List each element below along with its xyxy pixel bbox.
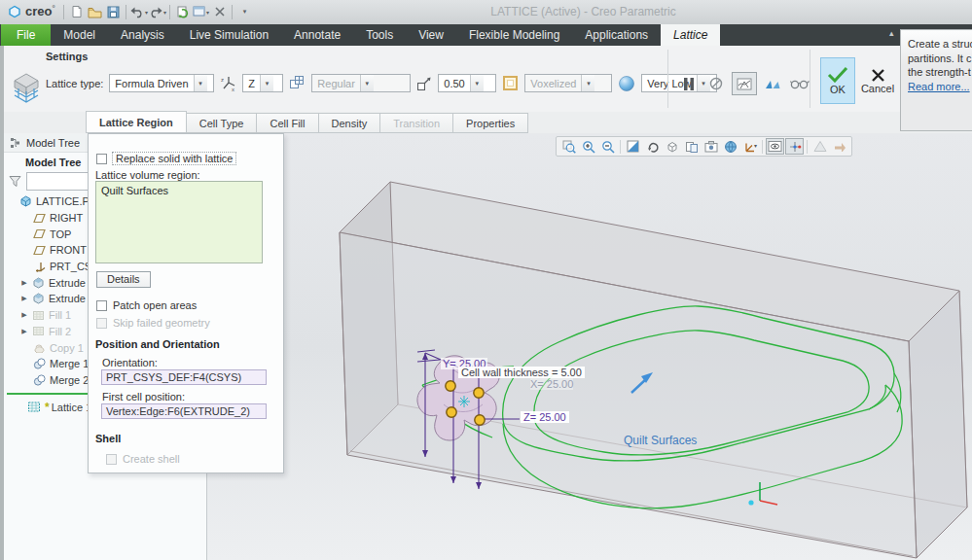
- verify-glasses-button[interactable]: [788, 73, 811, 94]
- tab-lattice[interactable]: Lattice: [661, 24, 720, 46]
- details-button[interactable]: Details: [96, 271, 151, 288]
- patch-open-areas-label[interactable]: Patch open areas: [113, 299, 197, 311]
- cell-style-combo: Regular ▾: [311, 74, 411, 92]
- model-tree-icon: [10, 137, 21, 149]
- orientation-field[interactable]: PRT_CSYS_DEF:F4(CSYS): [101, 369, 267, 385]
- volume-region-item[interactable]: Quilt Surfaces: [101, 185, 257, 196]
- zoom-fit-icon: [562, 140, 576, 154]
- separator: [169, 5, 170, 19]
- expand-arrow-icon[interactable]: ▶: [20, 295, 28, 302]
- volume-region-list[interactable]: Quilt Surfaces: [95, 181, 263, 263]
- scale-combo[interactable]: 0.50 ▾: [438, 74, 496, 92]
- logo-text: creo: [25, 4, 52, 18]
- zoom-in-button[interactable]: [579, 138, 597, 155]
- tab-live-simulation[interactable]: Live Simulation: [177, 24, 281, 46]
- graphics-area[interactable]: ▾ Y= 25.00 Cell wall thickness = 5.00 X=…: [207, 133, 972, 560]
- save-button[interactable]: [104, 3, 123, 20]
- geometry-preview-button[interactable]: [761, 73, 784, 94]
- no-preview-icon: [709, 77, 723, 90]
- window-switch-button[interactable]: ▾: [192, 3, 210, 20]
- direction-combo[interactable]: Z ▾: [242, 74, 283, 92]
- expand-arrow-icon[interactable]: ▶: [20, 279, 28, 287]
- previous-arrow-icon: [833, 141, 846, 152]
- graphics-toolbar: ▾: [556, 136, 852, 157]
- view-manager-button[interactable]: [721, 138, 739, 155]
- create-shell-checkbox: [106, 454, 117, 465]
- tab-cell-type[interactable]: Cell Type: [187, 113, 258, 133]
- tab-lattice-region[interactable]: Lattice Region: [86, 111, 187, 133]
- capture-button[interactable]: [702, 138, 720, 155]
- z-dimension-label[interactable]: Z= 25.00: [521, 411, 569, 423]
- new-file-button[interactable]: [67, 3, 86, 20]
- csys-origin-dot[interactable]: [748, 500, 753, 505]
- dropdown-arrow-icon: ▾: [260, 75, 273, 91]
- zoom-out-button[interactable]: [598, 138, 617, 155]
- undo-button[interactable]: ▾: [129, 3, 148, 20]
- replace-solid-checkbox[interactable]: [96, 154, 107, 164]
- feature-help-popup: Create a struc partitions. It c the stre…: [900, 29, 972, 131]
- close-window-button[interactable]: [210, 3, 229, 20]
- replace-solid-label[interactable]: Replace solid with lattice: [112, 152, 236, 165]
- creo-parametric-window: creo° ▾ ▾ ▾ ▾ LATTICE (Active) - Creo Pa…: [0, 0, 972, 560]
- tab-density[interactable]: Density: [319, 113, 381, 133]
- patch-open-areas-checkbox[interactable]: [96, 300, 107, 311]
- windows-icon: [193, 6, 206, 18]
- first-cell-field[interactable]: Vertex:Edge:F6(EXTRUDE_2): [101, 403, 267, 419]
- lattice-feature-tree-icon: [27, 401, 41, 413]
- pause-button[interactable]: [677, 73, 701, 94]
- tab-properties[interactable]: Properties: [453, 113, 528, 133]
- position-orientation-heading: Position and Orientation: [95, 338, 220, 350]
- read-more-link[interactable]: Read more...: [908, 81, 970, 92]
- collapse-ribbon-button[interactable]: ▴: [889, 28, 894, 38]
- expand-arrow-icon[interactable]: ▶: [20, 328, 28, 335]
- scale-icon: [416, 76, 432, 91]
- annotation-display-button[interactable]: [766, 138, 784, 155]
- shell-heading: Shell: [95, 433, 121, 444]
- tab-flexible-modeling[interactable]: Flexible Modeling: [456, 24, 572, 46]
- tab-analysis[interactable]: Analysis: [108, 24, 177, 46]
- expand-arrow-icon[interactable]: ▶: [20, 311, 28, 319]
- lattice-type-combo[interactable]: Formula Driven ▾: [109, 74, 214, 92]
- saved-orientations-button[interactable]: [682, 138, 701, 155]
- cancel-x-icon: [871, 68, 885, 83]
- help-text-line: Create a struc: [908, 37, 972, 52]
- dashboard-tab-strip: Lattice Region Cell Type Cell Fill Densi…: [0, 112, 972, 133]
- quilt-surfaces-annotation[interactable]: Quilt Surfaces: [624, 434, 697, 447]
- redo-button[interactable]: ▾: [148, 3, 166, 20]
- filter-funnel-icon[interactable]: [9, 175, 22, 188]
- tab-view[interactable]: View: [406, 24, 456, 46]
- zoom-in-icon: [582, 140, 595, 154]
- ribbon-tab-bar: File Model Analysis Live Simulation Anno…: [0, 24, 972, 46]
- dragger-icon: [788, 140, 802, 154]
- separator: [807, 140, 808, 154]
- tab-applications[interactable]: Applications: [572, 24, 661, 46]
- fill-icon: [32, 326, 45, 336]
- help-text-line: the strength-t: [908, 65, 972, 80]
- x-dimension-label[interactable]: X= 25.00: [530, 378, 573, 390]
- display-style-button[interactable]: [663, 138, 681, 155]
- 3d-scene[interactable]: [207, 133, 972, 560]
- customize-qat-button[interactable]: ▾: [235, 3, 254, 20]
- tab-tools[interactable]: Tools: [353, 24, 406, 46]
- capture-icon: [704, 140, 718, 153]
- tab-cell-fill[interactable]: Cell Fill: [257, 113, 318, 133]
- pause-icon: [683, 77, 695, 91]
- cancel-button[interactable]: Cancel: [858, 61, 897, 100]
- datum-display-button[interactable]: ▾: [740, 138, 759, 155]
- regenerate-button[interactable]: [173, 3, 192, 20]
- mesh-preview-button[interactable]: [732, 72, 757, 95]
- spin-center-button[interactable]: [643, 138, 662, 155]
- cell-wall-thickness-label[interactable]: Cell wall thickness = 5.00: [458, 367, 585, 378]
- tab-file[interactable]: File: [1, 24, 51, 46]
- open-file-button[interactable]: [86, 3, 104, 20]
- ok-button[interactable]: OK: [820, 57, 855, 104]
- zoom-fit-button[interactable]: [559, 138, 578, 155]
- representation-combo: Voxelized ▾: [524, 74, 612, 92]
- lattice-feature-icon: [9, 69, 44, 108]
- dragger-display-button[interactable]: [785, 138, 804, 155]
- tab-model[interactable]: Model: [51, 24, 108, 46]
- repaint-button[interactable]: [624, 138, 642, 155]
- tab-annotate[interactable]: Annotate: [281, 24, 353, 46]
- no-preview-button[interactable]: [704, 73, 728, 94]
- direction-axis-icon: zx: [220, 75, 236, 92]
